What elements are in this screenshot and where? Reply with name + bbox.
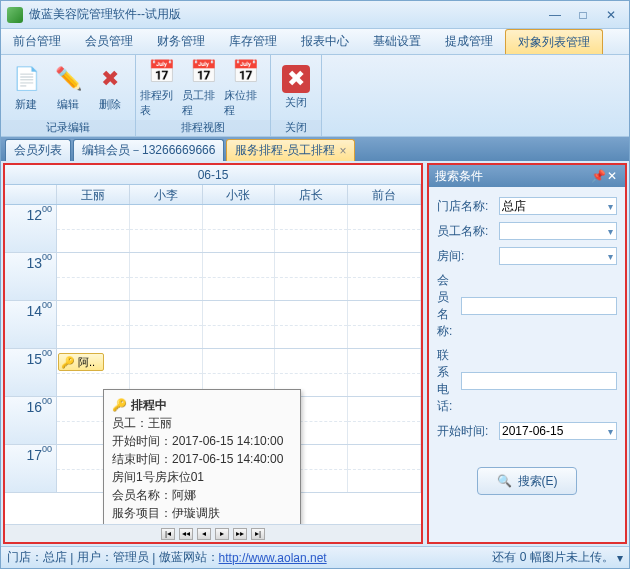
tab-close-icon[interactable]: ×	[339, 144, 346, 158]
start-input[interactable]: 2017-06-15	[499, 422, 617, 440]
schedule-date-header: 06-15	[5, 165, 421, 185]
edit-button[interactable]: ✏️编辑	[47, 58, 89, 118]
key-icon: 🔑	[112, 396, 127, 414]
time-label: 1300	[5, 253, 57, 300]
minimize-button[interactable]: —	[543, 7, 567, 23]
maximize-button[interactable]: □	[571, 7, 595, 23]
panel-close-icon[interactable]: ✕	[605, 169, 619, 183]
upload-status: 还有 0 幅图片未上传。	[492, 549, 613, 566]
menubar: 前台管理会员管理财务管理库存管理报表中心基础设置提成管理对象列表管理	[1, 29, 629, 55]
schedule-nav-bar[interactable]: |◂◂◂◂▸▸▸▸|	[5, 524, 421, 542]
schedule-cell[interactable]	[203, 205, 276, 252]
schedule-cell[interactable]	[275, 205, 348, 252]
website-link[interactable]: http://www.aolan.net	[219, 551, 327, 565]
menu-4[interactable]: 报表中心	[289, 29, 361, 54]
room-label: 房间:	[437, 248, 495, 265]
schedule-cell[interactable]	[348, 301, 421, 348]
new-button[interactable]: 📄新建	[5, 58, 47, 118]
store-label: 门店名称:	[437, 198, 495, 215]
schedule-list-button[interactable]: 📅排程列表	[140, 58, 182, 118]
magnifier-icon: 🔍	[497, 474, 512, 488]
time-label: 1700	[5, 445, 57, 492]
document-tabs: 会员列表编辑会员－13266669666服务排程-员工排程×	[1, 137, 629, 161]
staff-label: 员工名称:	[437, 223, 495, 240]
bed-schedule-button[interactable]: 📅床位排程	[224, 58, 266, 118]
tab[interactable]: 编辑会员－13266669666	[73, 139, 224, 161]
close-icon: ✖	[282, 65, 310, 93]
schedule-cell[interactable]	[348, 205, 421, 252]
schedule-cell[interactable]	[348, 349, 421, 396]
schedule-view: 06-15 王丽小李小张店长前台 12001300140015001600170…	[3, 163, 423, 544]
search-panel-title: 搜索条件	[435, 168, 591, 185]
column-header: 店长	[275, 185, 348, 204]
search-button[interactable]: 🔍搜索(E)	[477, 467, 577, 495]
menu-6[interactable]: 提成管理	[433, 29, 505, 54]
menu-1[interactable]: 会员管理	[73, 29, 145, 54]
start-label: 开始时间:	[437, 423, 495, 440]
schedule-list-icon: 📅	[145, 58, 177, 86]
column-header: 前台	[348, 185, 421, 204]
staff-schedule-icon: 📅	[187, 58, 219, 86]
schedule-cell[interactable]	[57, 301, 130, 348]
tab[interactable]: 会员列表	[5, 139, 71, 161]
schedule-cell[interactable]	[275, 301, 348, 348]
time-label: 1500	[5, 349, 57, 396]
menu-2[interactable]: 财务管理	[145, 29, 217, 54]
schedule-cell[interactable]	[348, 445, 421, 492]
member-input[interactable]	[461, 297, 617, 315]
time-label: 1600	[5, 397, 57, 444]
app-logo-icon	[7, 7, 23, 23]
schedule-cell[interactable]	[130, 205, 203, 252]
schedule-cell[interactable]	[130, 253, 203, 300]
delete-button[interactable]: ✖删除	[89, 58, 131, 118]
delete-icon: ✖	[94, 63, 126, 95]
schedule-cell[interactable]	[203, 253, 276, 300]
pin-icon[interactable]: 📌	[591, 169, 605, 183]
close-window-button[interactable]: ✕	[599, 7, 623, 23]
member-label: 会员名称:	[437, 272, 457, 340]
schedule-cell[interactable]	[348, 253, 421, 300]
phone-input[interactable]	[461, 372, 617, 390]
tab[interactable]: 服务排程-员工排程×	[226, 139, 355, 161]
time-label: 1200	[5, 205, 57, 252]
appointment-block[interactable]: 🔑 阿..	[58, 353, 104, 371]
new-icon: 📄	[10, 63, 42, 95]
schedule-cell[interactable]	[348, 397, 421, 444]
statusbar: 门店：总店 | 用户：管理员 | 傲蓝网站：http://www.aolan.n…	[1, 546, 629, 568]
staff-input[interactable]	[499, 222, 617, 240]
search-panel: 搜索条件 📌 ✕ 门店名称:总店员工名称:房间:会员名称:联系电话:开始时间:2…	[427, 163, 627, 544]
window-title: 傲蓝美容院管理软件--试用版	[29, 6, 543, 23]
menu-0[interactable]: 前台管理	[1, 29, 73, 54]
staff-schedule-button[interactable]: 📅员工排程	[182, 58, 224, 118]
column-header: 小李	[130, 185, 203, 204]
schedule-cell[interactable]	[130, 301, 203, 348]
room-input[interactable]	[499, 247, 617, 265]
column-header: 王丽	[57, 185, 130, 204]
appointment-tooltip: 🔑排程中 员工：王丽开始时间：2017-06-15 14:10:00结束时间：2…	[103, 389, 301, 524]
ribbon: 📄新建✏️编辑✖删除记录编辑📅排程列表📅员工排程📅床位排程排程视图✖关闭关闭	[1, 55, 629, 137]
bed-schedule-icon: 📅	[229, 58, 261, 86]
menu-5[interactable]: 基础设置	[361, 29, 433, 54]
phone-label: 联系电话:	[437, 347, 457, 415]
chevron-down-icon[interactable]: ▾	[614, 551, 623, 565]
schedule-cell[interactable]	[57, 205, 130, 252]
menu-7[interactable]: 对象列表管理	[505, 29, 603, 54]
column-header: 小张	[203, 185, 276, 204]
schedule-cell[interactable]	[203, 301, 276, 348]
close-button[interactable]: ✖关闭	[275, 58, 317, 118]
store-input[interactable]: 总店	[499, 197, 617, 215]
time-label: 1400	[5, 301, 57, 348]
titlebar: 傲蓝美容院管理软件--试用版 — □ ✕	[1, 1, 629, 29]
menu-3[interactable]: 库存管理	[217, 29, 289, 54]
schedule-cell[interactable]	[275, 253, 348, 300]
schedule-cell[interactable]	[57, 253, 130, 300]
edit-icon: ✏️	[52, 63, 84, 95]
